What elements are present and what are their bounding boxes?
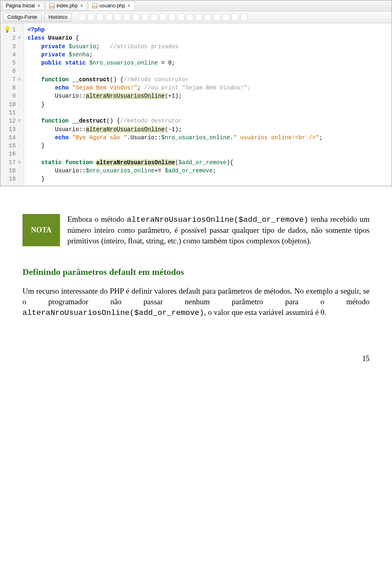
gutter-row: 6 xyxy=(4,67,21,75)
gutter-row: 10- xyxy=(4,100,21,109)
close-icon[interactable]: × xyxy=(36,3,41,9)
nota-block: NOTA Embora o método alteraNroUsuariosOn… xyxy=(22,214,370,246)
close-icon[interactable]: × xyxy=(127,3,131,9)
code-line[interactable]: function __construct() {//método constru… xyxy=(27,76,388,84)
toolbar-icon[interactable] xyxy=(123,13,131,21)
toolbar-icon[interactable] xyxy=(168,13,176,21)
gutter-row: 18 xyxy=(4,167,21,175)
code-line[interactable] xyxy=(27,67,388,75)
code-editor[interactable]: 💡12⊟34567⊟8910-1112⊟131415-1617⊟1819- <?… xyxy=(0,23,392,186)
toolbar-icon[interactable] xyxy=(141,13,149,21)
gutter-row: 2⊟ xyxy=(4,34,21,42)
line-number: 10 xyxy=(9,100,16,109)
history-button[interactable]: Histórico xyxy=(44,13,72,22)
nota-text-prefix: Embora o método xyxy=(67,215,127,223)
section-paragraph: Um recurso interessante do PHP é definir… xyxy=(22,286,370,318)
toolbar-icon[interactable] xyxy=(186,13,194,21)
line-number: 2 xyxy=(12,34,16,42)
gutter-row: 7⊟ xyxy=(4,76,21,84)
code-line[interactable]: echo "Sejam Bem Vindos!"; //ou print "Se… xyxy=(27,84,388,92)
fold-icon[interactable]: ⊟ xyxy=(17,160,21,166)
gutter-row: 💡1 xyxy=(4,26,21,34)
para-text: Um recurso interessante do PHP é definir… xyxy=(22,287,370,306)
gutter-row: 5 xyxy=(4,59,21,67)
line-number: 17 xyxy=(9,158,16,167)
line-number: 18 xyxy=(9,167,16,175)
code-line[interactable]: static function alteraNroUsuariosOnline(… xyxy=(27,158,388,167)
line-number: 1 xyxy=(12,26,16,34)
sub-toolbar: Código-Fonte Histórico xyxy=(0,11,392,23)
code-line[interactable]: } xyxy=(27,142,388,150)
code-line[interactable]: echo "Bye Agora são ".Usuario::$nro_usua… xyxy=(27,134,388,142)
code-line[interactable]: public static $nro_usuarios_online = 0; xyxy=(27,59,388,67)
toolbar-icon[interactable] xyxy=(96,13,104,21)
gutter-row: 3 xyxy=(4,42,21,51)
tab-label: index.php xyxy=(56,3,78,9)
fold-icon[interactable]: ⊟ xyxy=(17,118,21,124)
gutter-row: 14 xyxy=(4,134,21,142)
line-number: 13 xyxy=(9,125,16,134)
line-number: 11 xyxy=(9,109,16,117)
toolbar-icon[interactable] xyxy=(114,13,122,21)
toolbar-icon[interactable] xyxy=(177,13,185,21)
source-button[interactable]: Código-Fonte xyxy=(3,13,42,22)
fold-icon[interactable]: - xyxy=(17,176,21,182)
fold-icon[interactable]: - xyxy=(17,143,21,149)
toolbar-icon[interactable] xyxy=(204,13,212,21)
gutter-row: 8 xyxy=(4,84,21,92)
toolbar-icon[interactable] xyxy=(132,13,140,21)
toolbar-icon[interactable] xyxy=(240,13,247,21)
svg-text:php: php xyxy=(50,5,55,8)
nota-label: NOTA xyxy=(22,214,60,246)
code-line[interactable]: <?php xyxy=(27,26,388,34)
line-number: 4 xyxy=(12,51,16,59)
code-line[interactable]: Usuario::alteraNroUsuariosOnline(-1); xyxy=(27,125,388,134)
line-number: 15 xyxy=(9,142,16,150)
gutter-row: 9 xyxy=(4,92,21,100)
code-line[interactable]: } xyxy=(27,175,388,183)
tab-bar: Página Inicial × php index.php × php usu… xyxy=(0,0,392,11)
fold-icon[interactable]: ⊟ xyxy=(17,77,21,83)
code-content[interactable]: <?phpclass Usuario { private $usuario; /… xyxy=(24,23,392,186)
line-number: 14 xyxy=(9,134,16,142)
tab-index[interactable]: php index.php × xyxy=(45,1,87,10)
document-body: NOTA Embora o método alteraNroUsuariosOn… xyxy=(0,186,392,339)
gutter-row: 17⊟ xyxy=(4,158,21,167)
toolbar-icon[interactable] xyxy=(87,13,95,21)
toolbar-icon[interactable] xyxy=(222,13,229,21)
code-line[interactable]: Usuario::alteraNroUsuariosOnline(+1); xyxy=(27,92,388,100)
toolbar-icons xyxy=(78,13,247,21)
code-line[interactable]: class Usuario { xyxy=(27,34,388,42)
toolbar-icon[interactable] xyxy=(231,13,238,21)
toolbar-icon[interactable] xyxy=(150,13,158,21)
php-file-icon: php xyxy=(92,3,98,9)
gutter-row: 19- xyxy=(4,175,21,183)
code-line[interactable]: function __destruct() {//método destruto… xyxy=(27,117,388,125)
toolbar-icon[interactable] xyxy=(195,13,203,21)
fold-icon[interactable]: - xyxy=(17,102,21,108)
toolbar-icon[interactable] xyxy=(78,13,86,21)
line-number: 5 xyxy=(12,59,16,67)
page-number: 15 xyxy=(0,338,392,371)
gutter-row: 4 xyxy=(4,51,21,59)
fold-icon[interactable]: ⊟ xyxy=(17,35,21,41)
code-line[interactable] xyxy=(27,109,388,117)
gutter-row: 16 xyxy=(4,150,21,158)
tab-label: usuario.php xyxy=(99,3,125,9)
toolbar-icon[interactable] xyxy=(159,13,167,21)
code-line[interactable] xyxy=(27,150,388,158)
toolbar-icon[interactable] xyxy=(105,13,113,21)
para-code: alteraNroUsuariosOnline($add_or_remove) xyxy=(22,308,204,317)
nota-text: Embora o método alteraNroUsuariosOnline(… xyxy=(67,214,370,246)
code-line[interactable]: Usuario::$nro_usuarios_online+= $add_or_… xyxy=(27,167,388,175)
tab-usuario[interactable]: php usuario.php × xyxy=(88,1,135,10)
line-number: 6 xyxy=(12,67,16,75)
code-line[interactable]: } xyxy=(27,100,388,109)
code-line[interactable]: private $senha; xyxy=(27,51,388,59)
tab-home[interactable]: Página Inicial × xyxy=(2,1,45,10)
toolbar-icon[interactable] xyxy=(213,13,220,21)
svg-text:php: php xyxy=(93,5,98,8)
code-line[interactable]: private $usuario; //atributos privados xyxy=(27,42,388,51)
close-icon[interactable]: × xyxy=(79,3,84,9)
para-text-suffix: , o valor que esta variável assumirá é 0… xyxy=(204,308,327,317)
